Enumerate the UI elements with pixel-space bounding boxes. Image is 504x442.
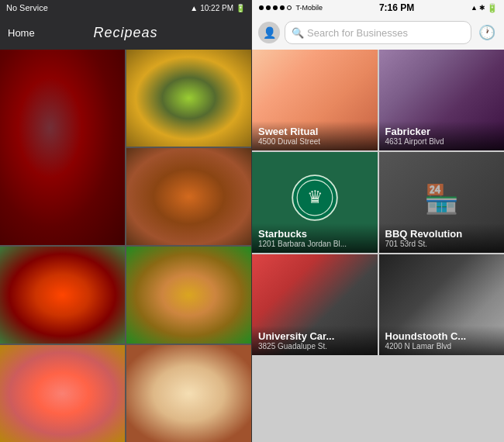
biz-address-bbq: 701 53rd St. [385, 240, 499, 248]
signal-dot-2 [266, 5, 271, 10]
status-bar-left: No Service ▲ 10:22 PM 🔋 [0, 0, 251, 16]
search-icon: 🔍 [292, 27, 304, 39]
business-grid: Sweet Ritual 4500 Duval Street Fabricker… [252, 50, 504, 442]
food-image-shrimp [0, 247, 125, 344]
clock-icon: 🕐 [478, 24, 495, 41]
food-item-6[interactable] [0, 345, 125, 442]
food-image-7 [126, 345, 251, 442]
food-item-5[interactable] [126, 247, 251, 344]
food-item-1[interactable] [0, 50, 125, 245]
biz-name-sweet-ritual: Sweet Ritual [258, 126, 371, 137]
biz-overlay-starbucks: Starbucks 1201 Barbara Jordan Bl... [252, 223, 378, 253]
biz-address-starbucks: 1201 Barbara Jordan Bl... [258, 240, 371, 248]
time-right: 7:16 PM [379, 2, 414, 13]
left-phone: No Service ▲ 10:22 PM 🔋 Home Recipeas [0, 0, 252, 442]
food-image-tacos [126, 247, 251, 344]
signal-dot-1 [259, 5, 264, 10]
bluetooth-icon: ✱ [479, 4, 485, 12]
biz-name-houndstooth: Houndstooth C... [385, 330, 499, 342]
biz-address-fabricker: 4631 Airport Blvd [385, 137, 499, 146]
biz-address-sweet-ritual: 4500 Duval Street [258, 137, 371, 146]
svg-text:♛: ♛ [306, 188, 323, 207]
business-card-university[interactable]: University Car... 3825 Guadalupe St. [252, 254, 378, 355]
search-input-wrapper[interactable]: 🔍 Search for Businesses [285, 21, 471, 44]
food-item-3[interactable] [126, 148, 251, 245]
food-image-pasta [126, 148, 251, 245]
user-icon: 👤 [263, 26, 276, 39]
biz-overlay-fabricker: Fabricker 4631 Airport Blvd [379, 121, 505, 150]
search-bar: 👤 🔍 Search for Businesses 🕐 [252, 16, 504, 50]
business-card-fabricker[interactable]: Fabricker 4631 Airport Blvd [379, 50, 505, 150]
battery-icon-right: 🔋 [487, 3, 498, 13]
nav-bar-left: Home Recipeas [0, 16, 251, 50]
food-image-veggies [126, 50, 251, 147]
history-button[interactable]: 🕐 [476, 22, 498, 43]
food-item-2[interactable] [126, 50, 251, 147]
right-phone: T-Mobile 7:16 PM ▲ ✱ 🔋 👤 🔍 Search for Bu… [252, 0, 504, 442]
business-card-starbucks[interactable]: ♛ Starbucks 1201 Barbara Jordan Bl... [252, 152, 378, 253]
biz-name-bbq: BBQ Revolution [385, 228, 499, 240]
signal-dot-3 [273, 5, 278, 10]
signal-area: T-Mobile [258, 4, 323, 12]
biz-overlay-university: University Car... 3825 Guadalupe St. [252, 326, 378, 355]
biz-name-fabricker: Fabricker [385, 126, 499, 137]
location-icon: ▲ [471, 4, 478, 12]
food-item-7[interactable] [126, 345, 251, 442]
biz-overlay-houndstooth: Houndstooth C... 4200 N Lamar Blvd [379, 326, 505, 355]
food-image-meatballs [0, 50, 125, 245]
status-icons-left: ▲ 10:22 PM 🔋 [190, 4, 245, 12]
biz-address-houndstooth: 4200 N Lamar Blvd [385, 342, 499, 350]
battery-icon-left: 🔋 [236, 4, 245, 12]
store-icon: 🏪 [424, 183, 459, 216]
signal-dot-4 [280, 5, 285, 10]
app-title: Recipeas [93, 25, 157, 41]
food-image-salmon [0, 345, 125, 442]
business-card-sweet-ritual[interactable]: Sweet Ritual 4500 Duval Street [252, 50, 378, 150]
status-bar-right: T-Mobile 7:16 PM ▲ ✱ 🔋 [252, 0, 504, 16]
business-card-houndstooth[interactable]: Houndstooth C... 4200 N Lamar Blvd [379, 254, 505, 355]
carrier-right: T-Mobile [296, 4, 323, 12]
home-button[interactable]: Home [8, 27, 35, 39]
signal-dot-5 [287, 5, 292, 10]
biz-overlay-sweet-ritual: Sweet Ritual 4500 Duval Street [252, 121, 378, 150]
biz-overlay-bbq: BBQ Revolution 701 53rd St. [379, 223, 505, 253]
user-profile-button[interactable]: 👤 [258, 22, 280, 43]
right-status-icons: ▲ ✱ 🔋 [471, 3, 498, 13]
food-item-4[interactable] [0, 247, 125, 344]
starbucks-logo-icon: ♛ [292, 174, 338, 221]
business-card-bbq[interactable]: 🏪 BBQ Revolution 701 53rd St. [379, 152, 505, 253]
biz-name-university: University Car... [258, 330, 371, 342]
biz-address-university: 3825 Guadalupe St. [258, 342, 371, 350]
biz-name-starbucks: Starbucks [258, 228, 371, 240]
search-placeholder-text: Search for Businesses [307, 27, 408, 39]
carrier-left: No Service [6, 3, 48, 12]
time-left: 10:22 PM [200, 4, 233, 12]
wifi-icon-left: ▲ [190, 4, 198, 12]
food-grid [0, 50, 251, 442]
